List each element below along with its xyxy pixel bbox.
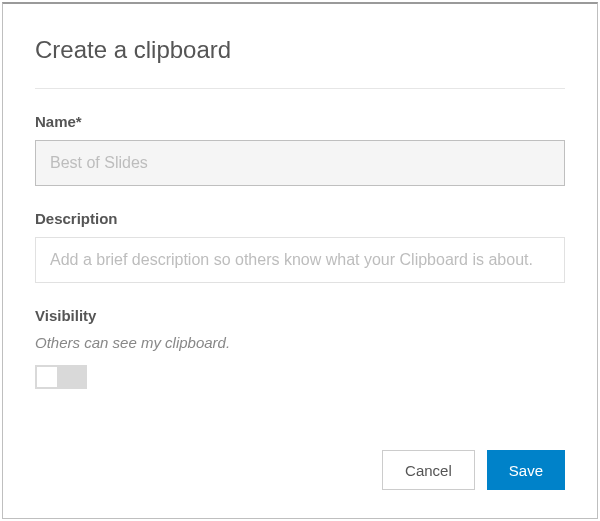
- description-label: Description: [35, 210, 565, 227]
- description-field-group: Description: [35, 210, 565, 283]
- divider: [35, 88, 565, 89]
- create-clipboard-modal: Create a clipboard Name* Description Vis…: [2, 2, 598, 519]
- name-label: Name*: [35, 113, 565, 130]
- visibility-label: Visibility: [35, 307, 565, 324]
- save-button[interactable]: Save: [487, 450, 565, 490]
- visibility-note: Others can see my clipboard.: [35, 334, 565, 351]
- cancel-button[interactable]: Cancel: [382, 450, 475, 490]
- name-field-group: Name*: [35, 113, 565, 186]
- description-input[interactable]: [35, 237, 565, 283]
- visibility-field-group: Visibility Others can see my clipboard.: [35, 307, 565, 389]
- name-input[interactable]: [35, 140, 565, 186]
- button-row: Cancel Save: [382, 450, 565, 490]
- modal-title: Create a clipboard: [35, 36, 565, 64]
- visibility-toggle[interactable]: [35, 365, 87, 389]
- toggle-knob: [37, 367, 57, 387]
